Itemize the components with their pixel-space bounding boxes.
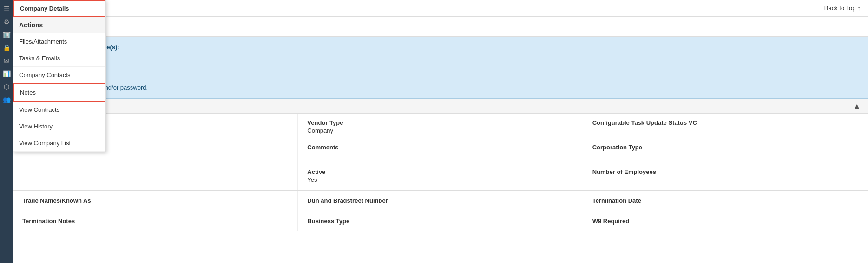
configurable-task-value: [592, 127, 859, 135]
configurable-task-label: Configurable Task Update Status VC: [592, 119, 859, 126]
validation-msg-0: e is missing a value: [21, 54, 860, 64]
form-col-2: Vendor Type Company Comments Active Yes: [298, 114, 583, 190]
bottom-section-row2: Termination Notes Business Type W9 Requi…: [13, 211, 868, 231]
vendor-type-field: Vendor Type Company: [307, 119, 573, 135]
menu-item-view-history[interactable]: View History: [13, 118, 105, 135]
people-icon[interactable]: 👥: [1, 95, 12, 105]
dropdown-menu: Company Details Actions Files/Attachment…: [13, 0, 106, 152]
active-label: Active: [307, 168, 573, 175]
dun-bradstreet-field: Dun and Bradstreet Number: [298, 191, 583, 211]
section-header: ▲: [13, 99, 868, 114]
comments-label: Comments: [307, 144, 573, 151]
back-to-top-button[interactable]: Back to Top ↑: [824, 5, 861, 12]
menu-item-notes[interactable]: Notes: [13, 83, 105, 102]
active-value: Yes: [307, 176, 573, 185]
configurable-task-field: Configurable Task Update Status VC: [592, 119, 859, 135]
menu-item-view-company-list[interactable]: View Company List: [13, 135, 105, 152]
validation-title: e following validation message(s):: [21, 43, 860, 52]
top-bar: Back to Top ↑: [13, 0, 868, 17]
comments-value: [307, 152, 573, 160]
vendor-type-label: Vendor Type: [307, 119, 573, 126]
num-employees-field: Number of Employees: [592, 168, 859, 185]
gear-icon[interactable]: ⚙: [1, 17, 12, 27]
business-type-label: Business Type: [307, 218, 573, 225]
actions-header: Actions: [13, 17, 105, 33]
form-grid: Vendor Type Company Comments Active Yes …: [13, 114, 868, 190]
termination-notes-field: Termination Notes: [13, 211, 298, 231]
corporation-type-label: Corporation Type: [592, 144, 859, 151]
chart-icon[interactable]: 📊: [1, 69, 12, 79]
validation-msg-2: ising a value: [21, 73, 860, 83]
dun-bradstreet-label: Dun and Bradstreet Number: [307, 197, 573, 204]
lock-icon[interactable]: 🔒: [1, 43, 12, 53]
menu-item-files-attachments[interactable]: Files/Attachments: [13, 33, 105, 50]
company-details-header: Company Details: [13, 0, 105, 17]
w9-required-label: W9 Required: [592, 218, 859, 225]
active-field: Active Yes: [307, 168, 573, 185]
vendor-type-value: Company: [307, 127, 573, 135]
w9-required-field: W9 Required: [583, 211, 868, 231]
num-employees-value: [592, 176, 859, 185]
menu-item-tasks-emails[interactable]: Tasks & Emails: [13, 50, 105, 67]
puzzle-icon[interactable]: ⬡: [1, 82, 12, 92]
comments-field: Comments: [307, 144, 573, 160]
validation-message-box: e following validation message(s): e is …: [13, 37, 868, 99]
termination-date-label: Termination Date: [592, 197, 859, 204]
main-content: Back to Top ↑ s for this Record e follow…: [13, 0, 868, 231]
termination-notes-label: Termination Notes: [22, 218, 288, 225]
business-type-field: Business Type: [298, 211, 583, 231]
termination-date-field: Termination Date: [583, 191, 868, 211]
menu-item-company-contacts[interactable]: Company Contacts: [13, 67, 105, 83]
validation-msg-1: t Box is missing a value: [21, 64, 860, 74]
collapse-icon[interactable]: ▲: [853, 102, 861, 110]
back-to-top-label: Back to Top: [824, 5, 856, 12]
corporation-type-field: Corporation Type: [592, 144, 859, 160]
trade-names-field: Trade Names/Known As: [13, 191, 298, 211]
bottom-section-row1: Trade Names/Known As Dun and Bradstreet …: [13, 190, 868, 211]
mail-icon[interactable]: ✉: [1, 56, 12, 66]
sidebar: ☰ ⚙ 🏢 🔒 ✉ 📊 ⬡ 👥: [0, 0, 13, 231]
num-employees-label: Number of Employees: [592, 168, 859, 175]
hamburger-icon[interactable]: ☰: [1, 4, 12, 14]
arrow-up-icon: ↑: [858, 5, 861, 12]
record-bar: s for this Record: [13, 17, 868, 37]
menu-item-view-contracts[interactable]: View Contracts: [13, 102, 105, 118]
form-col-3: Configurable Task Update Status VC Corpo…: [583, 114, 868, 190]
trade-names-label: Trade Names/Known As: [22, 197, 288, 204]
corporation-type-value: [592, 152, 859, 160]
building-icon[interactable]: 🏢: [1, 30, 12, 40]
validation-msg-3: t(s) missing email, username, and/or pas…: [21, 83, 860, 93]
